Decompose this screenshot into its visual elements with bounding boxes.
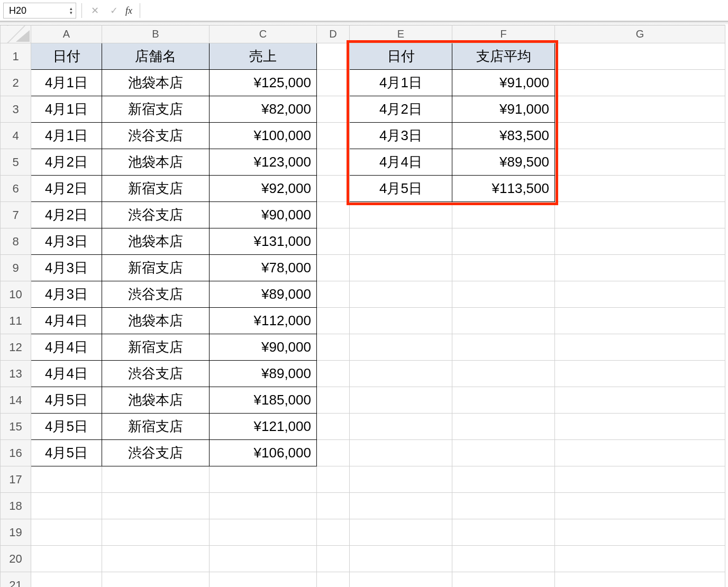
cell-A8[interactable]: 4月3日	[31, 228, 102, 255]
cell-B17[interactable]	[102, 466, 210, 493]
cell-E5[interactable]: 4月4日	[350, 149, 452, 176]
row-header-15[interactable]: 15	[1, 414, 31, 440]
cell-C5[interactable]: ¥123,000	[210, 149, 317, 176]
cell-E15[interactable]	[350, 414, 452, 440]
cell-F9[interactable]	[452, 255, 555, 281]
cell-G14[interactable]	[555, 387, 725, 414]
cell-A6[interactable]: 4月2日	[31, 176, 102, 202]
cell-A17[interactable]	[31, 466, 102, 493]
cell-B19[interactable]	[102, 519, 210, 546]
formula-input[interactable]	[143, 3, 728, 18]
cell-F3[interactable]: ¥91,000	[452, 96, 555, 123]
column-header-D[interactable]: D	[317, 25, 350, 43]
cell-A15[interactable]: 4月5日	[31, 414, 102, 440]
row-header-3[interactable]: 3	[1, 96, 31, 123]
cell-G20[interactable]	[555, 546, 725, 572]
column-header-G[interactable]: G	[555, 25, 725, 43]
cell-G15[interactable]	[555, 414, 725, 440]
cell-E13[interactable]	[350, 361, 452, 387]
row-header-20[interactable]: 20	[1, 546, 31, 572]
column-header-F[interactable]: F	[452, 25, 555, 43]
row-header-19[interactable]: 19	[1, 519, 31, 546]
cell-F15[interactable]	[452, 414, 555, 440]
cell-C2[interactable]: ¥125,000	[210, 70, 317, 96]
cell-F2[interactable]: ¥91,000	[452, 70, 555, 96]
cell-G9[interactable]	[555, 255, 725, 281]
cell-B20[interactable]	[102, 546, 210, 572]
cell-F21[interactable]	[452, 572, 555, 588]
cell-G2[interactable]	[555, 70, 725, 96]
cell-C10[interactable]: ¥89,000	[210, 281, 317, 308]
cell-C8[interactable]: ¥131,000	[210, 228, 317, 255]
cell-B1[interactable]: 店舗名	[102, 43, 210, 70]
cell-E19[interactable]	[350, 519, 452, 546]
cell-C18[interactable]	[210, 493, 317, 519]
cell-F17[interactable]	[452, 466, 555, 493]
cell-F13[interactable]	[452, 361, 555, 387]
cell-E6[interactable]: 4月5日	[350, 176, 452, 202]
cell-G6[interactable]	[555, 176, 725, 202]
cell-F16[interactable]	[452, 440, 555, 466]
cell-B18[interactable]	[102, 493, 210, 519]
cell-B9[interactable]: 新宿支店	[102, 255, 210, 281]
cell-G8[interactable]	[555, 228, 725, 255]
row-header-16[interactable]: 16	[1, 440, 31, 466]
cell-G11[interactable]	[555, 308, 725, 334]
cell-D15[interactable]	[317, 414, 350, 440]
cell-E4[interactable]: 4月3日	[350, 123, 452, 149]
cell-E9[interactable]	[350, 255, 452, 281]
cell-A18[interactable]	[31, 493, 102, 519]
cell-C19[interactable]	[210, 519, 317, 546]
cell-C9[interactable]: ¥78,000	[210, 255, 317, 281]
row-header-18[interactable]: 18	[1, 493, 31, 519]
cell-A5[interactable]: 4月2日	[31, 149, 102, 176]
cell-B7[interactable]: 渋谷支店	[102, 202, 210, 228]
cell-D9[interactable]	[317, 255, 350, 281]
cell-F7[interactable]	[452, 202, 555, 228]
cell-B15[interactable]: 新宿支店	[102, 414, 210, 440]
cell-F20[interactable]	[452, 546, 555, 572]
cell-E12[interactable]	[350, 334, 452, 361]
cell-B12[interactable]: 新宿支店	[102, 334, 210, 361]
cell-F18[interactable]	[452, 493, 555, 519]
cell-G13[interactable]	[555, 361, 725, 387]
cell-A4[interactable]: 4月1日	[31, 123, 102, 149]
cell-C6[interactable]: ¥92,000	[210, 176, 317, 202]
cell-E16[interactable]	[350, 440, 452, 466]
cell-B5[interactable]: 池袋本店	[102, 149, 210, 176]
cell-F1[interactable]: 支店平均	[452, 43, 555, 70]
cell-G1[interactable]	[555, 43, 725, 70]
row-header-11[interactable]: 11	[1, 308, 31, 334]
cell-F14[interactable]	[452, 387, 555, 414]
cell-F4[interactable]: ¥83,500	[452, 123, 555, 149]
cell-F11[interactable]	[452, 308, 555, 334]
row-header-7[interactable]: 7	[1, 202, 31, 228]
cell-B4[interactable]: 渋谷支店	[102, 123, 210, 149]
cell-F19[interactable]	[452, 519, 555, 546]
cell-D1[interactable]	[317, 43, 350, 70]
cell-G4[interactable]	[555, 123, 725, 149]
cell-A9[interactable]: 4月3日	[31, 255, 102, 281]
cell-A13[interactable]: 4月4日	[31, 361, 102, 387]
column-header-A[interactable]: A	[31, 25, 102, 43]
cell-E8[interactable]	[350, 228, 452, 255]
cell-E10[interactable]	[350, 281, 452, 308]
row-header-2[interactable]: 2	[1, 70, 31, 96]
cell-C4[interactable]: ¥100,000	[210, 123, 317, 149]
cell-C14[interactable]: ¥185,000	[210, 387, 317, 414]
cell-D18[interactable]	[317, 493, 350, 519]
cell-D5[interactable]	[317, 149, 350, 176]
cell-A19[interactable]	[31, 519, 102, 546]
cell-D17[interactable]	[317, 466, 350, 493]
cell-F12[interactable]	[452, 334, 555, 361]
row-header-5[interactable]: 5	[1, 149, 31, 176]
cell-E7[interactable]	[350, 202, 452, 228]
cell-B14[interactable]: 池袋本店	[102, 387, 210, 414]
cell-D8[interactable]	[317, 228, 350, 255]
column-header-E[interactable]: E	[350, 25, 452, 43]
cell-D20[interactable]	[317, 546, 350, 572]
cell-G17[interactable]	[555, 466, 725, 493]
cell-D2[interactable]	[317, 70, 350, 96]
cell-A16[interactable]: 4月5日	[31, 440, 102, 466]
cell-D16[interactable]	[317, 440, 350, 466]
